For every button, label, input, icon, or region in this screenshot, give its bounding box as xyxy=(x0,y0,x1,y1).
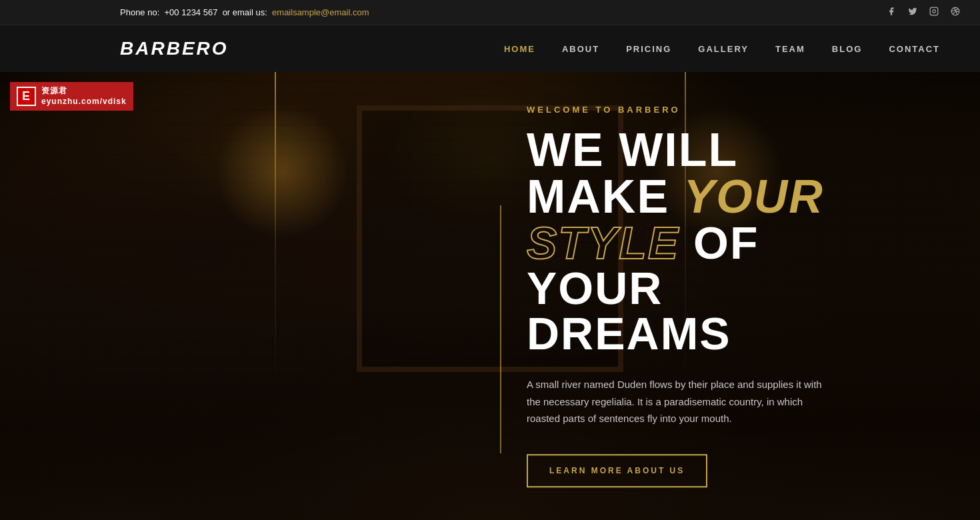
nav-pricing[interactable]: PRICING xyxy=(626,44,671,54)
main-nav: HOME ABOUT PRICING GALLERY TEAM BLOG CON… xyxy=(504,44,940,54)
email-label: or email us: xyxy=(223,7,267,17)
nav-about[interactable]: ABOUT xyxy=(562,44,599,54)
svg-rect-0 xyxy=(930,7,938,15)
logo: BARBERO xyxy=(120,38,229,59)
hero-title-line2: STYLE OF YOUR DREAMS xyxy=(527,220,873,356)
watermark-logo: E xyxy=(17,87,36,106)
hero-description: A small river named Duden flows by their… xyxy=(527,376,833,427)
hero-title: WE WILL MAKE YOUR STYLE OF YOUR DREAMS xyxy=(527,127,873,356)
email-link[interactable]: emailsample@email.com xyxy=(272,7,369,17)
nav-team[interactable]: TEAM xyxy=(775,44,805,54)
hero-content: WELCOME TO BARBERO WE WILL MAKE YOUR STY… xyxy=(487,105,873,487)
social-icons-group xyxy=(887,7,960,18)
instagram-icon[interactable] xyxy=(929,7,939,18)
hero-title-line1: WE WILL MAKE YOUR xyxy=(527,127,873,220)
hero-section: WELCOME TO BARBERO WE WILL MAKE YOUR STY… xyxy=(0,72,980,520)
header: BARBERO HOME ABOUT PRICING GALLERY TEAM … xyxy=(0,25,980,72)
nav-contact[interactable]: CONTACT xyxy=(889,44,940,54)
nav-gallery[interactable]: GALLERY xyxy=(698,44,749,54)
phone-label: Phone no: xyxy=(120,7,159,17)
learn-more-button[interactable]: LEARN MORE ABOUT US xyxy=(527,454,707,487)
facebook-icon[interactable] xyxy=(887,7,896,18)
top-bar: Phone no: +00 1234 567 or email us: emai… xyxy=(0,0,980,25)
nav-home[interactable]: HOME xyxy=(504,44,535,54)
twitter-icon[interactable] xyxy=(908,7,917,18)
watermark: E 资源君eyunzhu.com/vdisk xyxy=(10,82,133,111)
watermark-text: 资源君eyunzhu.com/vdisk xyxy=(41,86,127,107)
contact-info: Phone no: +00 1234 567 or email us: emai… xyxy=(120,7,369,17)
lamp-glow-left xyxy=(215,105,349,239)
hero-title-outline-part: STYLE xyxy=(527,217,679,268)
hero-title-gold-part: YOUR xyxy=(684,171,824,223)
nav-blog[interactable]: BLOG xyxy=(832,44,863,54)
dribbble-icon[interactable] xyxy=(951,7,960,18)
hero-subtitle: WELCOME TO BARBERO xyxy=(527,105,873,115)
phone-number: +00 1234 567 xyxy=(165,7,218,17)
